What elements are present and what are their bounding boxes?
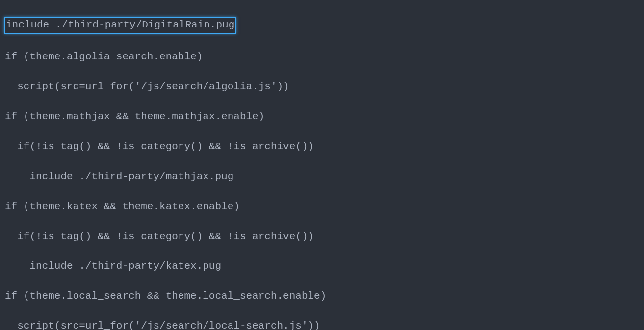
code-line: if (theme.local_search && theme.local_se…: [5, 289, 639, 303]
code-line: if(!is_tag() && !is_category() && !is_ar…: [5, 139, 639, 154]
code-line: script(src=url_for('/js/search/local-sea…: [5, 319, 639, 330]
code-line: if(!is_tag() && !is_category() && !is_ar…: [5, 229, 639, 244]
code-line: if (theme.katex && theme.katex.enable): [5, 199, 639, 214]
code-line: if (theme.algolia_search.enable): [5, 50, 639, 64]
code-line: include ./third-party/katex.pug: [5, 259, 639, 274]
code-line: script(src=url_for('/js/search/algolia.j…: [5, 80, 639, 94]
code-line: include ./third-party/mathjax.pug: [5, 169, 639, 184]
selection-highlight: include ./third-party/DigitalRain.pug: [4, 17, 236, 33]
code-editor[interactable]: include ./third-party/DigitalRain.pug if…: [5, 2, 639, 330]
code-line: if (theme.mathjax && theme.mathjax.enabl…: [5, 110, 639, 124]
code-line-highlighted: include ./third-party/DigitalRain.pug: [5, 17, 639, 34]
